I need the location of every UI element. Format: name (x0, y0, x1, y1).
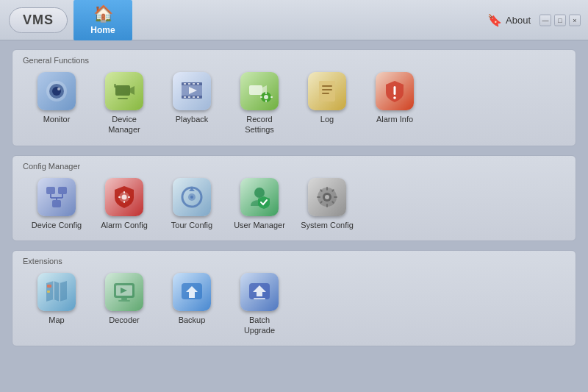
app-icon-alarm-info[interactable]: Alarm Info (368, 72, 421, 124)
icon-label-backup: Backup (179, 315, 206, 325)
icon-box-monitor (37, 72, 76, 110)
section-title-config-manager: Config Manager (23, 162, 565, 171)
icon-box-device-config (37, 178, 76, 216)
about-button[interactable]: 🔖 About (487, 13, 531, 27)
icon-box-backup (173, 273, 211, 311)
icon-box-playback (173, 72, 211, 110)
playback-icon (179, 78, 205, 104)
app-icon-system-config[interactable]: System Config (301, 178, 354, 230)
app-icon-device-config[interactable]: Device Config (30, 178, 83, 230)
icon-box-system-config (308, 178, 346, 216)
record-settings-icon (246, 78, 273, 104)
icon-box-batch-upgrade (240, 273, 279, 311)
alarm-info-icon (381, 78, 408, 104)
maximize-button[interactable]: □ (554, 14, 566, 26)
icon-label-device-config: Device Config (32, 220, 82, 230)
icon-box-log (308, 72, 346, 110)
main-content: General FunctionsMonitorDevice ManagerPl… (0, 40, 588, 392)
tour-config-icon (179, 184, 205, 210)
section-config-manager: Config ManagerDevice ConfigAlarm ConfigT… (12, 155, 576, 241)
icon-label-map: Map (49, 315, 64, 325)
app-icon-record-settings[interactable]: Record Settings (233, 72, 286, 135)
app-icon-playback[interactable]: Playback (165, 72, 218, 124)
home-icon: 🏠 (93, 4, 113, 24)
title-bar: VMS 🏠 Home 🔖 About — □ × (0, 0, 588, 40)
icon-label-decoder: Decoder (109, 315, 140, 325)
icon-label-system-config: System Config (301, 220, 354, 230)
monitor-icon (43, 78, 70, 104)
nav-home-button[interactable]: 🏠 Home (74, 0, 132, 40)
title-bar-right: 🔖 About — □ × (487, 13, 581, 27)
alarm-config-icon (111, 184, 137, 210)
map-icon (43, 279, 70, 305)
icon-box-tour-config (173, 178, 211, 216)
icon-label-alarm-config: Alarm Config (101, 220, 148, 230)
about-label: About (506, 15, 531, 26)
icon-box-decoder (105, 273, 143, 311)
log-icon (314, 78, 340, 104)
app-icon-monitor[interactable]: Monitor (30, 72, 83, 124)
icons-row-general-functions: MonitorDevice ManagerPlaybackRecord Sett… (23, 72, 565, 135)
icon-label-monitor: Monitor (43, 114, 71, 124)
icon-label-record-settings: Record Settings (233, 114, 286, 135)
icon-label-user-manager: User Manager (234, 220, 285, 230)
icon-label-playback: Playback (176, 114, 209, 124)
icons-row-config-manager: Device ConfigAlarm ConfigTour ConfigUser… (23, 178, 565, 230)
system-config-icon (314, 184, 340, 210)
user-manager-icon (246, 184, 273, 210)
section-title-general-functions: General Functions (23, 56, 565, 65)
section-title-extensions: Extensions (23, 257, 565, 266)
icon-box-alarm-info (376, 72, 414, 110)
minimize-button[interactable]: — (539, 14, 551, 26)
icon-label-batch-upgrade: Batch Upgrade (233, 315, 286, 336)
section-general-functions: General FunctionsMonitorDevice ManagerPl… (12, 49, 576, 146)
vms-logo: VMS (9, 7, 68, 33)
icon-label-log: Log (320, 114, 334, 124)
app-icon-log[interactable]: Log (301, 72, 354, 124)
icon-label-device-manager: Device Manager (98, 114, 151, 135)
icon-box-device-manager (105, 72, 143, 110)
app-icon-map[interactable]: Map (30, 273, 83, 325)
device-config-icon (43, 184, 70, 210)
icon-box-map (37, 273, 76, 311)
about-icon: 🔖 (487, 13, 502, 27)
backup-icon (179, 279, 205, 305)
app-icon-alarm-config[interactable]: Alarm Config (98, 178, 151, 230)
app-icon-backup[interactable]: Backup (165, 273, 218, 325)
icon-label-alarm-info: Alarm Info (376, 114, 413, 124)
close-button[interactable]: × (569, 14, 581, 26)
device-manager-icon (111, 78, 137, 104)
icon-box-user-manager (240, 178, 279, 216)
app-icon-tour-config[interactable]: Tour Config (165, 178, 218, 230)
icon-box-record-settings (240, 72, 279, 110)
app-icon-batch-upgrade[interactable]: Batch Upgrade (233, 273, 286, 336)
app-icon-device-manager[interactable]: Device Manager (98, 72, 151, 135)
icons-row-extensions: MapDecoderBackupBatch Upgrade (23, 273, 565, 336)
icon-label-tour-config: Tour Config (171, 220, 212, 230)
batch-upgrade-icon (246, 279, 273, 305)
section-extensions: ExtensionsMapDecoderBackupBatch Upgrade (12, 250, 576, 347)
home-label: Home (90, 25, 115, 35)
app-icon-user-manager[interactable]: User Manager (233, 178, 286, 230)
window-controls: — □ × (539, 14, 581, 26)
app-icon-decoder[interactable]: Decoder (98, 273, 151, 325)
icon-box-alarm-config (105, 178, 143, 216)
decoder-icon (111, 279, 137, 305)
